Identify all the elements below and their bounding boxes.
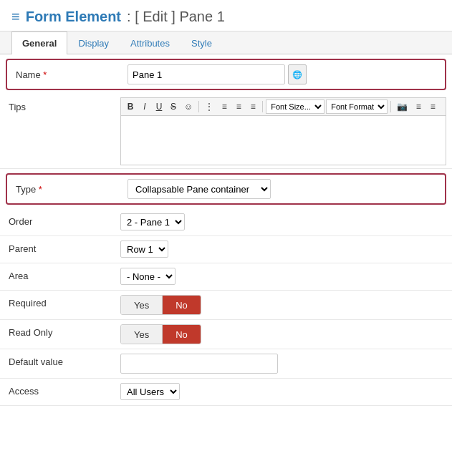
read-only-field: Yes No <box>115 320 452 349</box>
order-row: Order 2 - Pane 1 <box>0 209 452 236</box>
tab-display[interactable]: Display <box>67 31 120 54</box>
translate-button[interactable]: 🌐 <box>288 64 307 84</box>
order-select[interactable]: 2 - Pane 1 <box>120 213 185 230</box>
area-select[interactable]: - None - <box>120 268 175 285</box>
default-value-row: Default value <box>0 349 452 379</box>
tips-label: Tips <box>0 94 115 120</box>
access-label: Access <box>0 379 115 404</box>
rich-editor-toolbar: B I U S ☺ ⋮ ≡ ≡ ≡ Font Size... Font Form… <box>120 97 446 115</box>
font-size-select[interactable]: Font Size... <box>266 99 324 114</box>
tab-attributes[interactable]: Attributes <box>120 31 181 54</box>
tips-editor-wrap: B I U S ☺ ⋮ ≡ ≡ ≡ Font Size... Font Form… <box>115 94 452 168</box>
access-select[interactable]: All Users <box>120 383 180 400</box>
type-select[interactable]: Collapsable Pane container <box>128 179 271 199</box>
page-subtitle: : [ Edit ] Pane 1 <box>127 9 225 25</box>
toolbar-sep-2 <box>262 101 263 112</box>
read-only-toggle: Yes No <box>120 324 201 344</box>
toolbar-align-left[interactable]: ≡ <box>232 99 245 114</box>
area-row: Area - None - <box>0 263 452 291</box>
tab-style[interactable]: Style <box>181 31 223 54</box>
toolbar-italic[interactable]: I <box>138 99 151 114</box>
read-only-label: Read Only <box>0 320 115 345</box>
access-field: All Users <box>115 379 452 404</box>
read-only-yes-button[interactable]: Yes <box>121 325 163 344</box>
required-no-button[interactable]: No <box>163 296 201 314</box>
area-field: - None - <box>115 263 452 289</box>
toolbar-emoji[interactable]: ☺ <box>181 99 196 114</box>
toolbar-sep-1 <box>198 101 199 112</box>
required-field: Yes No <box>115 291 452 319</box>
name-field: 🌐 <box>122 60 445 89</box>
toolbar-sep-3 <box>390 101 391 112</box>
parent-row: Parent Row 1 <box>0 236 452 263</box>
toolbar-list-unordered[interactable]: ⋮ <box>202 99 216 114</box>
toolbar-align2[interactable]: ≡ <box>412 99 425 114</box>
type-row: Type * Collapsable Pane container <box>6 173 446 205</box>
default-value-field <box>115 349 452 378</box>
order-label: Order <box>0 209 115 234</box>
tips-row: Tips B I U S ☺ ⋮ ≡ ≡ ≡ Font Size... Font… <box>0 94 452 169</box>
page-title: Form Element <box>26 9 121 25</box>
toolbar-strikethrough[interactable]: S <box>167 99 180 114</box>
rich-editor-body[interactable] <box>120 115 446 165</box>
parent-label: Parent <box>0 236 115 261</box>
default-value-label: Default value <box>0 349 115 374</box>
access-row: Access All Users <box>0 379 452 406</box>
name-row: Name * 🌐 <box>6 59 446 90</box>
name-input[interactable] <box>128 64 285 84</box>
name-label: Name * <box>7 62 122 87</box>
required-label: Required <box>0 291 115 316</box>
read-only-no-button[interactable]: No <box>163 325 201 344</box>
parent-field: Row 1 <box>115 236 452 262</box>
form-element-icon: ≡ <box>11 9 20 25</box>
font-format-select[interactable]: Font Format <box>326 99 388 114</box>
required-row: Required Yes No <box>0 291 452 320</box>
tab-general[interactable]: General <box>11 31 67 54</box>
required-toggle: Yes No <box>120 295 201 315</box>
required-yes-button[interactable]: Yes <box>121 296 163 314</box>
type-label: Type * <box>7 177 122 202</box>
area-label: Area <box>0 263 115 288</box>
toolbar-align-center[interactable]: ≡ <box>246 99 259 114</box>
tab-bar: General Display Attributes Style <box>0 31 452 54</box>
default-value-input[interactable] <box>120 354 278 374</box>
page-header: ≡ Form Element : [ Edit ] Pane 1 <box>0 0 452 31</box>
toolbar-bold[interactable]: B <box>124 99 137 114</box>
toolbar-align3[interactable]: ≡ <box>426 99 439 114</box>
order-field: 2 - Pane 1 <box>115 209 452 235</box>
name-input-wrap: 🌐 <box>128 64 439 84</box>
toolbar-image[interactable]: 📷 <box>394 99 410 114</box>
parent-select[interactable]: Row 1 <box>120 241 168 258</box>
type-field: Collapsable Pane container <box>122 175 445 203</box>
toolbar-underline[interactable]: U <box>153 99 165 114</box>
form-content: Name * 🌐 Tips B I U S ☺ ⋮ ≡ ≡ <box>0 59 452 406</box>
read-only-row: Read Only Yes No <box>0 320 452 349</box>
toolbar-list-ordered[interactable]: ≡ <box>218 99 231 114</box>
